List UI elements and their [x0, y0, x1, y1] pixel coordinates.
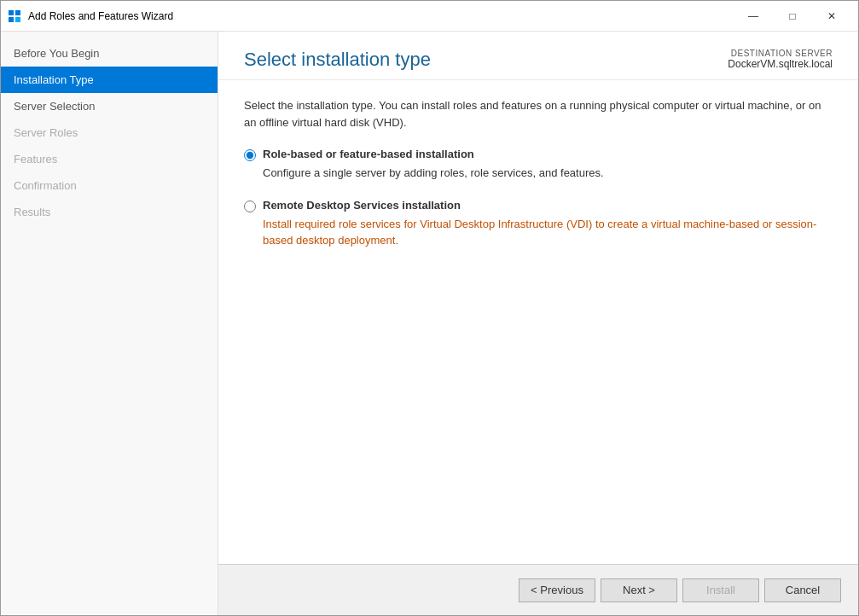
main-panel: Select installation type DESTINATION SER… — [218, 32, 858, 615]
close-button[interactable]: ✕ — [812, 3, 851, 29]
main-header: Select installation type DESTINATION SER… — [218, 32, 858, 80]
destination-server: DESTINATION SERVER DockerVM.sqltrek.loca… — [728, 49, 833, 70]
description-text: Select the installation type. You can in… — [244, 97, 833, 131]
option-remote-desktop: Remote Desktop Services installation Ins… — [244, 199, 833, 249]
svg-rect-1 — [15, 10, 20, 15]
svg-rect-3 — [15, 17, 20, 22]
option-role-based-title: Role-based or feature-based installation — [263, 148, 474, 160]
svg-rect-0 — [9, 10, 14, 15]
wizard-body: Before You Begin Installation Type Serve… — [1, 32, 858, 615]
sidebar-item-server-roles: Server Roles — [1, 119, 218, 146]
destination-value: DockerVM.sqltrek.local — [728, 58, 833, 70]
install-button[interactable]: Install — [682, 578, 759, 602]
title-area: Select installation type — [244, 49, 431, 71]
option-role-based: Role-based or feature-based installation… — [244, 148, 833, 182]
svg-rect-2 — [9, 17, 14, 22]
app-icon — [8, 9, 21, 23]
wizard-window: Add Roles and Features Wizard — □ ✕ Befo… — [0, 0, 859, 616]
minimize-button[interactable]: — — [734, 3, 773, 29]
sidebar-item-confirmation: Confirmation — [1, 172, 218, 199]
sidebar: Before You Begin Installation Type Serve… — [1, 32, 218, 615]
option-remote-desktop-title: Remote Desktop Services installation — [263, 199, 461, 212]
title-bar: Add Roles and Features Wizard — □ ✕ — [1, 1, 858, 32]
option-remote-desktop-description: Install required role services for Virtu… — [263, 216, 833, 249]
option-remote-desktop-label[interactable]: Remote Desktop Services installation — [244, 199, 833, 212]
sidebar-item-before-you-begin[interactable]: Before You Begin — [1, 40, 218, 67]
cancel-button[interactable]: Cancel — [764, 578, 841, 602]
radio-remote-desktop[interactable] — [244, 200, 256, 212]
next-button[interactable]: Next > — [601, 578, 677, 602]
window-controls: — □ ✕ — [734, 3, 851, 29]
option-role-based-label[interactable]: Role-based or feature-based installation — [244, 148, 833, 161]
page-title: Select installation type — [244, 49, 431, 71]
option-role-based-description: Configure a single server by adding role… — [263, 165, 833, 182]
sidebar-item-results: Results — [1, 199, 218, 225]
window-title: Add Roles and Features Wizard — [28, 10, 734, 22]
sidebar-item-installation-type[interactable]: Installation Type — [1, 67, 218, 93]
footer: < Previous Next > Install Cancel — [218, 564, 858, 615]
destination-label: DESTINATION SERVER — [728, 49, 833, 58]
main-content: Select the installation type. You can in… — [218, 80, 858, 564]
previous-button[interactable]: < Previous — [519, 578, 595, 602]
radio-role-based[interactable] — [244, 149, 256, 161]
maximize-button[interactable]: □ — [773, 3, 812, 29]
sidebar-item-server-selection[interactable]: Server Selection — [1, 93, 218, 119]
sidebar-item-features: Features — [1, 146, 218, 172]
